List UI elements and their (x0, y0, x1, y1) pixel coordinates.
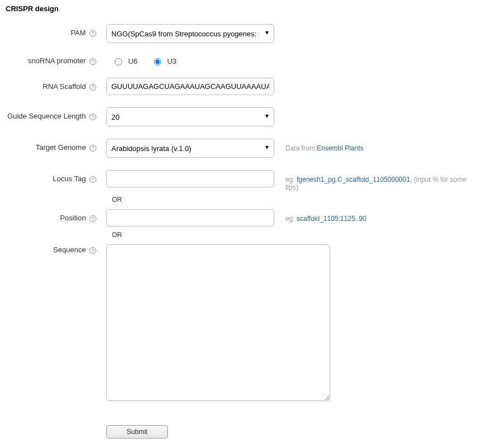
or-separator-1: OR (106, 196, 477, 209)
hint-position-prefix: eg: (285, 215, 297, 223)
label-locus-tag-text: Locus Tag (53, 175, 86, 183)
radio-u3-input[interactable] (154, 58, 161, 65)
ensembl-plants-link[interactable]: Ensembl Plants (317, 144, 363, 152)
radio-u6-input[interactable] (115, 58, 122, 65)
target-genome-select-wrap: Arabidopsis lyrata (v.1.0) (106, 139, 274, 158)
label-guide-len-text: Guide Sequence Length (7, 112, 86, 120)
hint-locus-tag: eg: fgenesh1_pg.C_scaffold_1105000001, (… (274, 170, 477, 191)
label-pam: PAM ? (6, 24, 106, 37)
radio-u6[interactable]: U6 (112, 56, 138, 65)
hint-position: eg: scaffold_1105:1125..90 (274, 209, 477, 223)
guide-len-select[interactable]: 20 (106, 107, 274, 126)
label-target-genome-text: Target Genome (36, 143, 86, 152)
help-icon[interactable]: ? (90, 84, 96, 91)
position-input[interactable] (106, 209, 274, 227)
row-position: Position ? eg: scaffold_1105:1125..90 (6, 209, 477, 227)
label-sequence: Sequence ? (6, 244, 106, 254)
label-target-genome: Target Genome ? (6, 139, 106, 152)
row-snorna: snoRNA promoter ? U6 U3 (6, 55, 477, 65)
hint-target-genome-prefix: Data from (285, 144, 317, 152)
row-rna-scaffold: RNA Scaffold ? (6, 78, 477, 95)
sequence-textarea[interactable] (106, 244, 330, 401)
hint-locus-prefix: eg: (285, 176, 297, 183)
label-rna-scaffold: RNA Scaffold ? (6, 78, 106, 91)
or-separator-2: OR (106, 231, 477, 244)
submit-button[interactable]: Submit (106, 425, 168, 438)
label-position-text: Position (60, 214, 86, 222)
help-icon[interactable]: ? (90, 145, 96, 152)
help-icon[interactable]: ? (90, 114, 96, 120)
guide-len-select-wrap: 20 (106, 107, 274, 126)
row-locus-tag: Locus Tag ? eg: fgenesh1_pg.C_scaffold_1… (6, 170, 477, 191)
pam-select[interactable]: NGG(SpCas9 from Streptococcus pyogenes: … (106, 24, 274, 43)
label-rna-scaffold-text: RNA Scaffold (43, 82, 86, 91)
label-snorna-text: snoRNA promoter (28, 56, 86, 65)
locus-tag-example-link[interactable]: fgenesh1_pg.C_scaffold_1105000001 (297, 176, 410, 183)
label-position: Position ? (6, 209, 106, 222)
row-pam: PAM ? NGG(SpCas9 from Streptococcus pyog… (6, 24, 477, 43)
help-icon[interactable]: ? (90, 30, 96, 37)
snorna-radio-group: U6 U3 (106, 55, 274, 65)
target-genome-select[interactable]: Arabidopsis lyrata (v.1.0) (106, 139, 274, 158)
radio-u3[interactable]: U3 (151, 56, 177, 65)
pam-select-wrap: NGG(SpCas9 from Streptococcus pyogenes: … (106, 24, 274, 43)
help-icon[interactable]: ? (90, 176, 96, 183)
row-target-genome: Target Genome ? Arabidopsis lyrata (v.1.… (6, 139, 477, 158)
label-guide-len: Guide Sequence Length ? (6, 107, 106, 120)
locus-tag-input[interactable] (106, 170, 274, 187)
label-sequence-text: Sequence (53, 246, 86, 254)
help-icon[interactable]: ? (90, 247, 96, 254)
help-icon[interactable]: ? (90, 215, 96, 222)
label-pam-text: PAM (71, 29, 86, 37)
rna-scaffold-input[interactable] (106, 78, 274, 95)
radio-u3-label: U3 (167, 57, 177, 65)
radio-u6-label: U6 (128, 57, 138, 65)
hint-target-genome: Data from Ensembl Plants (274, 139, 477, 152)
row-sequence: Sequence ? (6, 244, 477, 403)
label-snorna: snoRNA promoter ? (6, 55, 106, 65)
label-locus-tag: Locus Tag ? (6, 170, 106, 183)
row-guide-len: Guide Sequence Length ? 20 (6, 107, 477, 126)
position-example-link[interactable]: scaffold_1105:1125..90 (297, 215, 367, 223)
page-title: CRISPR design (6, 4, 477, 13)
help-icon[interactable]: ? (90, 58, 96, 65)
